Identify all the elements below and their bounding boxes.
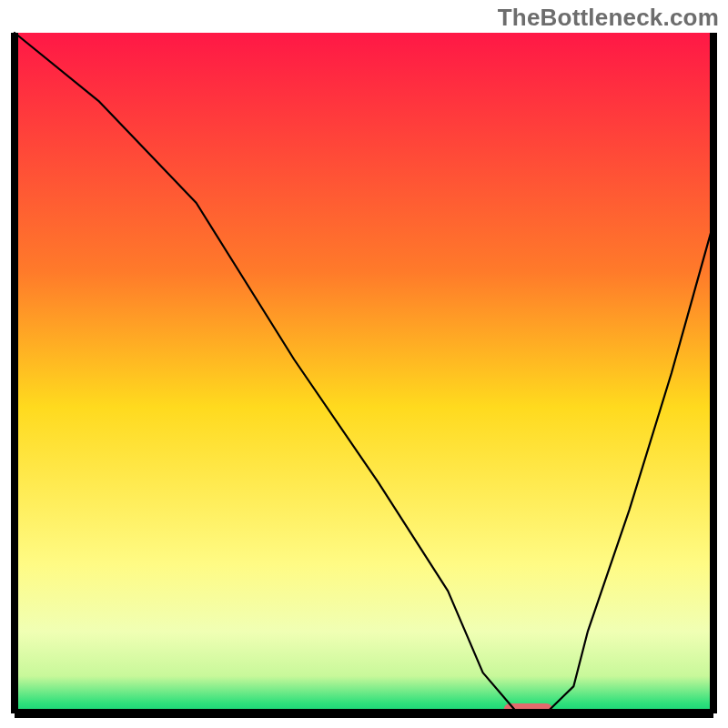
chart-background <box>15 33 713 713</box>
chart-svg <box>9 27 719 719</box>
bottleneck-chart <box>9 27 719 719</box>
chart-stage: TheBottleneck.com <box>0 0 728 728</box>
